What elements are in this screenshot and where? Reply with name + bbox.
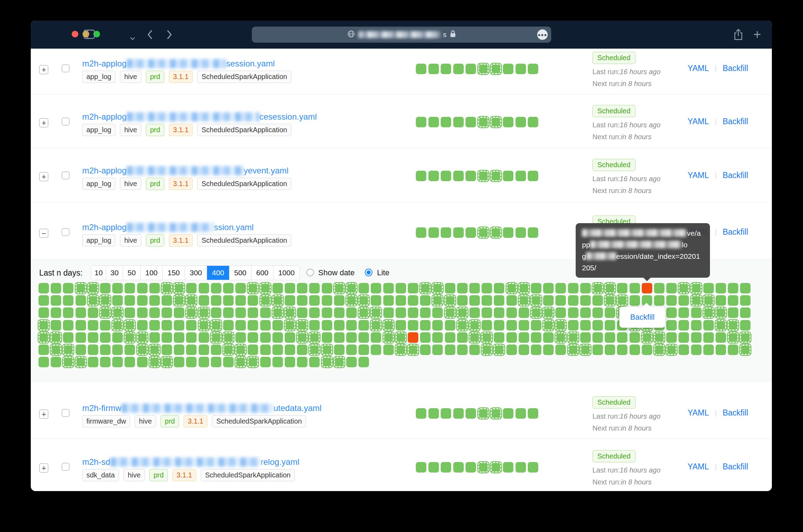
days-option-50[interactable]: 50 (123, 266, 140, 280)
day-square[interactable] (592, 320, 603, 331)
run-status-square[interactable] (441, 117, 451, 127)
day-square[interactable] (346, 332, 357, 343)
run-status-square[interactable] (491, 171, 501, 181)
show-date-radio[interactable] (306, 269, 314, 276)
day-square[interactable] (112, 345, 123, 355)
day-square[interactable] (248, 320, 258, 331)
day-square[interactable] (199, 320, 209, 331)
day-square[interactable] (728, 345, 738, 355)
day-square[interactable] (396, 295, 406, 306)
run-status-square[interactable] (478, 408, 489, 419)
day-square[interactable] (149, 332, 160, 343)
day-square[interactable] (703, 345, 714, 355)
day-square[interactable] (605, 283, 615, 293)
backfill-link[interactable]: Backfill (723, 462, 748, 471)
run-status-square[interactable] (478, 462, 489, 473)
day-square[interactable] (322, 295, 332, 306)
day-square[interactable] (125, 332, 135, 343)
day-square[interactable] (666, 295, 677, 306)
day-square[interactable] (396, 283, 406, 293)
day-square[interactable] (76, 283, 86, 293)
day-square[interactable] (740, 345, 751, 355)
day-square[interactable] (63, 345, 73, 355)
run-status-square[interactable] (491, 117, 501, 127)
day-square[interactable] (51, 332, 61, 343)
expand-toggle-button[interactable]: + (39, 65, 48, 74)
day-square[interactable] (63, 320, 73, 331)
day-square[interactable] (149, 345, 160, 355)
day-square[interactable] (63, 295, 73, 306)
expand-toggle-button[interactable]: + (39, 118, 48, 127)
job-file-link[interactable]: m2h-applogssion.yaml (82, 222, 254, 232)
run-status-square[interactable] (441, 64, 451, 74)
ellipsis-icon[interactable]: ●●● (537, 29, 548, 40)
day-square[interactable] (162, 332, 172, 343)
forward-icon[interactable] (166, 30, 172, 41)
day-square[interactable] (322, 357, 332, 367)
expand-toggle-button[interactable]: + (39, 463, 48, 473)
day-square[interactable] (199, 283, 209, 293)
day-square[interactable] (334, 357, 344, 367)
day-square[interactable] (76, 320, 86, 331)
day-square[interactable] (248, 307, 258, 318)
day-square[interactable] (617, 345, 627, 355)
day-square[interactable] (38, 320, 49, 331)
day-square[interactable] (260, 332, 271, 343)
day-square[interactable] (88, 283, 98, 293)
day-square[interactable] (580, 332, 591, 343)
day-square[interactable] (494, 307, 504, 318)
day-square[interactable] (445, 332, 455, 343)
job-file-link[interactable]: m2h-applogsession.yaml (82, 59, 275, 69)
day-square[interactable] (605, 295, 615, 306)
day-square[interactable] (137, 357, 148, 367)
yaml-link[interactable]: YAML (688, 117, 709, 126)
day-square[interactable] (260, 283, 271, 293)
day-square[interactable] (469, 283, 480, 293)
day-square[interactable] (174, 345, 184, 355)
day-square[interactable] (100, 332, 111, 343)
share-icon[interactable] (733, 29, 744, 42)
run-status-square[interactable] (516, 408, 526, 419)
day-square[interactable] (642, 332, 652, 343)
day-square[interactable] (506, 320, 517, 331)
day-square[interactable] (506, 307, 517, 318)
day-square[interactable] (408, 295, 418, 306)
run-status-square[interactable] (516, 117, 526, 127)
day-square[interactable] (272, 295, 283, 306)
day-square[interactable] (580, 283, 591, 293)
day-square[interactable] (223, 283, 234, 293)
day-square[interactable] (51, 357, 61, 367)
day-square[interactable] (272, 345, 283, 355)
run-status-square[interactable] (503, 117, 513, 127)
expand-toggle-button[interactable]: + (39, 172, 48, 181)
day-square[interactable] (482, 345, 492, 355)
day-square[interactable] (383, 307, 394, 318)
day-square[interactable] (445, 307, 455, 318)
days-option-100[interactable]: 100 (140, 266, 162, 280)
day-square[interactable] (678, 320, 689, 331)
run-status-square[interactable] (416, 227, 426, 238)
yaml-link[interactable]: YAML (688, 171, 709, 180)
run-status-square[interactable] (491, 64, 501, 74)
day-square[interactable] (716, 295, 726, 306)
day-square[interactable] (38, 295, 49, 306)
day-square[interactable] (100, 320, 111, 331)
day-square[interactable] (555, 307, 566, 318)
day-square[interactable] (309, 345, 320, 355)
day-square[interactable] (100, 307, 111, 318)
day-square[interactable] (88, 345, 98, 355)
run-status-square[interactable] (416, 462, 426, 473)
day-square[interactable] (346, 283, 357, 293)
day-square[interactable] (211, 295, 221, 306)
day-square[interactable] (211, 283, 221, 293)
day-square[interactable] (346, 345, 357, 355)
run-status-square[interactable] (428, 462, 439, 473)
day-square[interactable] (396, 320, 406, 331)
run-status-square[interactable] (453, 64, 464, 74)
backfill-link[interactable]: Backfill (723, 408, 748, 418)
day-square[interactable] (322, 345, 332, 355)
day-square[interactable] (371, 283, 381, 293)
day-square[interactable] (285, 283, 295, 293)
new-tab-icon[interactable]: + (753, 29, 761, 40)
day-square[interactable] (174, 357, 184, 367)
